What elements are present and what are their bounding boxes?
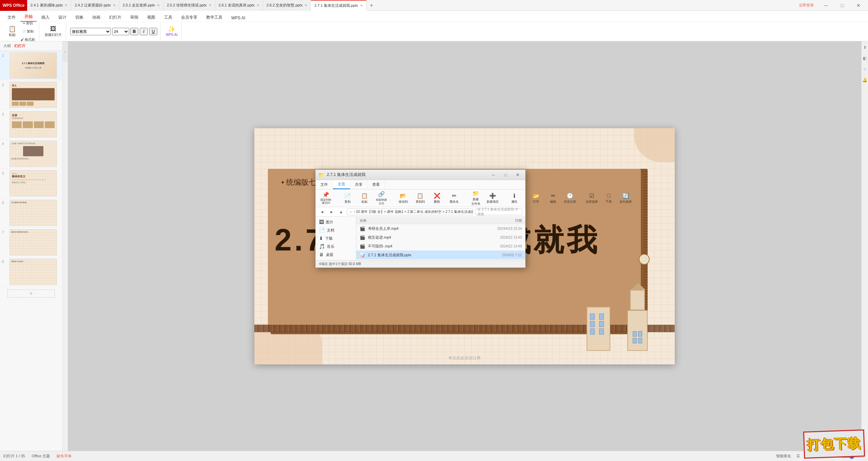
slide-thumb-4[interactable]: 4 人生第一次站在了五千万年以前... 知识要点内容展示区域... <box>0 139 62 169</box>
slide-bottom-note[interactable]: 单击此处添加注释 <box>448 355 481 361</box>
fe-file-row-3[interactable]: 🎬 不可阻挡-.mp4 2024/22 14:49 <box>356 242 525 250</box>
ribbon-tab-教学工具[interactable]: 教学工具 <box>202 13 226 22</box>
ribbon-tab-审阅[interactable]: 审阅 <box>126 13 142 22</box>
slide-thumb-2[interactable]: 2 导入 <box>0 80 62 110</box>
close-button[interactable]: ✕ <box>852 0 865 11</box>
fe-maximize-button[interactable]: □ <box>501 171 510 179</box>
fe-back-button[interactable]: ◄ <box>318 208 326 216</box>
italic-button[interactable]: I <box>140 28 148 35</box>
slide-thumb-7[interactable]: 7 集体生活的价值与意义... <box>0 228 62 257</box>
fe-properties-button[interactable]: ℹ 属性 <box>507 191 522 206</box>
ribbon-tab-视图[interactable]: 视图 <box>143 13 159 22</box>
outline-view-btn[interactable]: 大纲 <box>3 43 11 48</box>
tab-close-7[interactable]: ✕ <box>360 4 363 7</box>
slide-thumb-5[interactable]: 5 Part 1 集体的含义 集体的定义与特征... <box>0 169 62 198</box>
fe-sidebar-pictures[interactable]: 🖼 图片 <box>316 218 356 226</box>
ribbon-tab-动画[interactable]: 动画 <box>88 13 104 22</box>
fe-sidebar-desktop[interactable]: 🖥 桌面 <box>316 250 356 259</box>
format-brush-button[interactable]: 🖌格式刷 <box>19 36 36 43</box>
tab-2[interactable]: 2.4.2 让家更圆好.pptx✕ <box>71 0 119 11</box>
fe-forward-button[interactable]: ► <box>328 208 335 216</box>
slide-thumb-8[interactable]: 8 课堂练习与总结... <box>0 257 62 287</box>
copy-button[interactable]: 📄复制 <box>19 28 36 35</box>
font-family-select[interactable]: 微软雅黑 <box>70 28 111 35</box>
fe-file-row-4[interactable]: 📊 2.7.1 集体生活成就我.pptx 2024/02 7:22 <box>356 250 525 259</box>
right-tool-1[interactable]: ⬆ <box>862 45 868 50</box>
tab-5[interactable]: 2.6.1 友谊的真谛.pptx✕ <box>215 0 263 11</box>
tab-7[interactable]: 2.7.1 集体生活成就我.pptx✕ <box>311 0 366 11</box>
tab-close-5[interactable]: ✕ <box>257 3 259 7</box>
fe-address-path[interactable]: ← ↑ 02 课件【3新 全】> 课件 选购1 > 2.第二单元 成长的时空 >… <box>347 208 473 215</box>
slide-thumb-6[interactable]: 6 生活感悟与知识拓展... <box>0 198 62 228</box>
fe-up-button[interactable]: ▲ <box>337 208 345 216</box>
slide-view-btn[interactable]: 幻灯片 <box>14 43 25 48</box>
fe-sidebar-downloads[interactable]: ⬇ 下载 <box>316 234 356 242</box>
fe-newitem-button[interactable]: ➕ 新建项目 <box>485 191 500 206</box>
fe-copy-button[interactable]: 📄 复制 <box>340 191 355 206</box>
right-tool-3[interactable]: ☆ <box>862 66 868 72</box>
fe-selectall-button[interactable]: ☑ 全部选择 <box>584 191 599 206</box>
ribbon-tab-插入[interactable]: 插入 <box>37 13 54 22</box>
right-tool-2[interactable]: ◧ <box>862 56 868 61</box>
fe-tab-home[interactable]: 主页 <box>333 180 350 189</box>
tab-close-4[interactable]: ✕ <box>209 3 212 7</box>
font-size-select[interactable]: 24 <box>112 28 129 35</box>
fe-noselect-button[interactable]: □ 不选 <box>601 191 616 206</box>
tab-6[interactable]: 2.6.2 交友的智慧.pptx✕ <box>263 0 311 11</box>
fe-file-row-2[interactable]: 🎬 相互促进.mp4 2024/22 13:43 <box>356 233 525 242</box>
login-button[interactable]: 立即登录 <box>796 3 816 8</box>
slide-thumb-3[interactable]: 3 目录 CONTENTS <box>0 110 62 139</box>
fe-paste-button[interactable]: 📋 粘贴 <box>357 191 372 206</box>
tab-close-3[interactable]: ✕ <box>157 3 160 7</box>
fe-minimize-button[interactable]: ─ <box>489 171 498 179</box>
fe-edit-button[interactable]: ✏ 编辑 <box>546 191 560 206</box>
fe-newfolder-button[interactable]: 📁 新建文件夹 <box>468 191 483 206</box>
view-normal-button[interactable]: ☰ <box>796 454 800 458</box>
ribbon-tab-WPS AI[interactable]: WPS AI <box>227 14 249 22</box>
maximize-button[interactable]: □ <box>835 0 849 11</box>
fe-open-button[interactable]: 📂 打开 <box>529 191 544 206</box>
cut-button[interactable]: ✂剪切 <box>19 20 36 27</box>
fe-copyto-button[interactable]: 📋 复制到 <box>413 191 428 206</box>
right-tool-4[interactable]: 🔔 <box>862 77 868 83</box>
fe-sidebar-documents[interactable]: 📄 文档 <box>316 226 356 234</box>
fe-rename-button[interactable]: ✏ 重命名 <box>447 191 461 206</box>
download-badge[interactable]: 打包下载 <box>803 429 865 459</box>
tab-4[interactable]: 2.5.2 珍惜师生情谊.pptx✕ <box>163 0 215 11</box>
tab-close-2[interactable]: ✕ <box>113 3 116 7</box>
smart-beautify-button[interactable]: 智能美化 <box>776 454 791 459</box>
font-status[interactable]: 缺失字体 <box>57 454 72 459</box>
fe-history-button[interactable]: 🕐 历史记录 <box>563 191 577 206</box>
fe-invertselect-button[interactable]: 🔄 反向选择 <box>618 191 633 206</box>
tab-1[interactable]: 2.4.1 家的感味.pptx✕ <box>27 0 71 11</box>
slide-thumb-1[interactable]: 1 2.7.1 集体生活成就我 统编版七年级上册 <box>0 51 62 80</box>
underline-button[interactable]: U <box>149 28 157 35</box>
ribbon-tab-幻灯片[interactable]: 幻灯片 <box>105 13 125 22</box>
new-slide-button[interactable]: 🖼 新建幻灯片 <box>43 23 63 40</box>
bold-button[interactable]: B <box>130 28 138 35</box>
tab-close-6[interactable]: ✕ <box>304 3 307 7</box>
ribbon-tab-会员专享[interactable]: 会员专享 <box>177 13 201 22</box>
ribbon-tab-切换[interactable]: 切换 <box>71 13 87 22</box>
fe-pin-button[interactable]: 📌 固定到快速访问 <box>318 191 333 206</box>
fe-sidebar-music[interactable]: 🎵 音乐 <box>316 242 356 250</box>
fe-move-button[interactable]: 📂 移动到 <box>396 191 411 206</box>
fe-tab-view[interactable]: 查看 <box>368 180 385 189</box>
fe-search-box[interactable]: 在 2.7.1 集体生活成就我 中搜索 <box>475 208 522 215</box>
paste-button[interactable]: 📋 粘贴 <box>6 23 18 40</box>
wps-ai-button[interactable]: ✨ WPS AI <box>164 23 179 40</box>
minimize-button[interactable]: ─ <box>819 0 833 11</box>
fe-shortcut-button[interactable]: 🔗 粘贴快捷方式 <box>374 191 389 206</box>
ribbon-tab-设计[interactable]: 设计 <box>54 13 71 22</box>
tab-3[interactable]: 2.5.1 走近老师.pptx✕ <box>119 0 163 11</box>
wps-logo[interactable]: WPS Office <box>0 0 27 11</box>
ribbon-tab-工具[interactable]: 工具 <box>160 13 176 22</box>
tab-close-1[interactable]: ✕ <box>65 3 67 7</box>
panel-toggle-button[interactable]: ‹ <box>63 41 67 62</box>
ribbon-tab-文件[interactable]: 文件 <box>3 13 20 22</box>
fe-tab-file[interactable]: 文件 <box>316 180 333 189</box>
fe-file-row-1[interactable]: 🎬 考研全员上岸.mp4 2024/4/19 15:34 <box>356 224 525 233</box>
fe-delete-button[interactable]: ❌ 删除 <box>430 191 445 206</box>
add-slide-button[interactable]: + <box>7 289 55 298</box>
fe-close-button[interactable]: ✕ <box>513 171 522 179</box>
